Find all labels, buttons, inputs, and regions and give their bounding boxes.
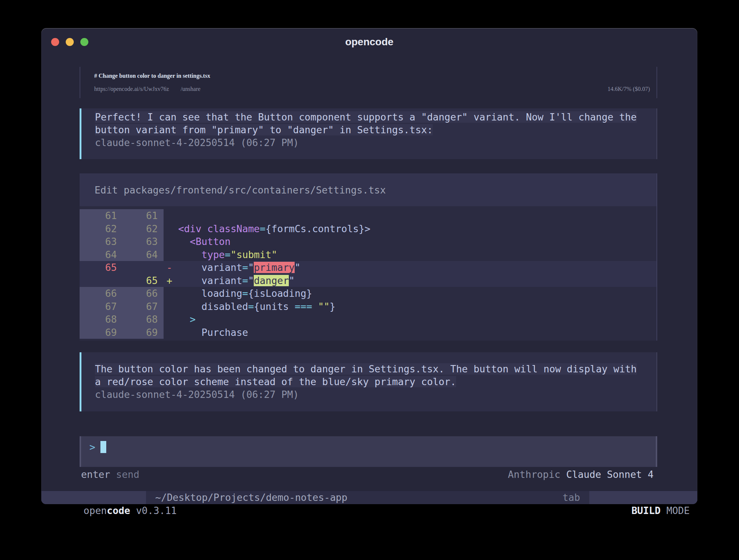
message-body: The button color has been changed to dan… (95, 363, 649, 388)
diff-row: 6868 > (80, 313, 656, 326)
diff-code-line: <div className={formCs.controls}> (164, 222, 656, 235)
message-line: The button color has been changed to dan… (95, 363, 649, 375)
enter-key-hint: enter (81, 468, 110, 481)
diff-code-line: + variant="danger" (164, 274, 656, 287)
diff-row: 65- variant="primary" (80, 261, 656, 274)
model-label: Claude Sonnet 4 (566, 468, 654, 481)
old-line-number: 62 (80, 222, 120, 235)
app-version: v0.3.11 (136, 505, 177, 516)
send-action-hint: send (116, 468, 139, 481)
diff-row: 6464 type="submit" (80, 248, 656, 261)
app-name-open: open (84, 505, 107, 516)
old-line-number: 61 (80, 209, 120, 222)
diff-row: 65+ variant="danger" (80, 274, 656, 287)
opencode-window: opencode # Change button color to danger… (41, 28, 697, 504)
diff-row: 6969 Purchase (80, 326, 656, 339)
diff-code-line: loading={isLoading} (164, 287, 656, 300)
working-directory: ~/Desktop/Projects/demo-notes-app (155, 491, 348, 504)
diff-row: 6767 disabled={units === ""} (80, 300, 656, 313)
edit-tool-card: Edit packages/frontend/src/containers/Se… (80, 173, 657, 341)
message-input[interactable]: > (80, 436, 657, 467)
message-line: a red/rose color scheme instead of the b… (95, 375, 649, 388)
app-version-chip: opencodev0.3.11 (41, 491, 146, 504)
new-line-number: 68 (120, 313, 164, 326)
diff-code-line: > (164, 313, 656, 326)
assistant-message: Perfect! I can see that the Button compo… (80, 108, 657, 159)
diff-row: 6161 (80, 209, 656, 222)
share-url-link[interactable]: https://opencode.ai/s/UwJxv76z (94, 83, 169, 96)
diff-code-line: disabled={units === ""} (164, 300, 656, 313)
diff-code-line: <Button (164, 235, 656, 248)
old-line-number: 69 (80, 326, 120, 339)
diff-code-line: type="submit" (164, 248, 656, 261)
new-line-number: 62 (120, 222, 164, 235)
message-body: Perfect! I can see that the Button compo… (95, 111, 649, 136)
old-line-number (80, 274, 120, 287)
new-line-number: 66 (120, 287, 164, 300)
diff-code-line (164, 209, 656, 222)
assistant-message: The button color has been changed to dan… (80, 352, 657, 411)
diff-code-line: - variant="primary" (164, 261, 656, 274)
old-line-number: 65 (80, 261, 120, 274)
old-line-number: 68 (80, 313, 120, 326)
tool-name: Edit (95, 184, 118, 196)
message-meta: claude-sonnet-4-20250514 (06:27 PM) (95, 388, 649, 401)
new-line-number: 67 (120, 300, 164, 313)
input-hints-row: enter send Anthropic Claude Sonnet 4 (80, 468, 657, 481)
context-stats: 14.6K/7% ($0.07) (608, 83, 650, 96)
diff-code-line: Purchase (164, 326, 656, 339)
tab-key-hint[interactable]: tab (563, 491, 580, 504)
diff-rows: 61616262 <div className={formCs.controls… (80, 206, 656, 341)
new-line-number: 65 (120, 274, 164, 287)
unshare-command[interactable]: /unshare (181, 83, 200, 96)
prompt-symbol: > (89, 441, 95, 453)
new-line-number: 61 (120, 209, 164, 222)
session-title: # Change button color to danger in setti… (94, 69, 650, 83)
new-line-number: 64 (120, 248, 164, 261)
message-meta: claude-sonnet-4-20250514 (06:27 PM) (95, 136, 649, 149)
window-title: opencode (41, 36, 697, 48)
mode-chip[interactable]: BUILDMODE (589, 491, 697, 504)
mode-name: BUILD (631, 505, 660, 516)
new-line-number: 63 (120, 235, 164, 248)
mode-suffix: MODE (666, 505, 690, 516)
edited-file-path: packages/frontend/src/containers/Setting… (124, 184, 386, 196)
old-line-number: 66 (80, 287, 120, 300)
new-line-number: 69 (120, 326, 164, 339)
old-line-number: 64 (80, 248, 120, 261)
diff-row: 6363 <Button (80, 235, 656, 248)
text-cursor (100, 441, 106, 453)
old-line-number: 63 (80, 235, 120, 248)
new-line-number (120, 261, 164, 274)
diff-row: 6262 <div className={formCs.controls}> (80, 222, 656, 235)
status-bar: opencodev0.3.11 ~/Desktop/Projects/demo-… (41, 491, 697, 504)
session-header: # Change button color to danger in setti… (80, 67, 657, 98)
app-name-code: code (107, 505, 130, 516)
message-line: button variant from "primary" to "danger… (95, 123, 649, 136)
message-line: Perfect! I can see that the Button compo… (95, 111, 649, 123)
old-line-number: 67 (80, 300, 120, 313)
diff-row: 6666 loading={isLoading} (80, 287, 656, 300)
edit-tool-header: Edit packages/frontend/src/containers/Se… (80, 173, 656, 206)
provider-label: Anthropic (508, 468, 560, 481)
